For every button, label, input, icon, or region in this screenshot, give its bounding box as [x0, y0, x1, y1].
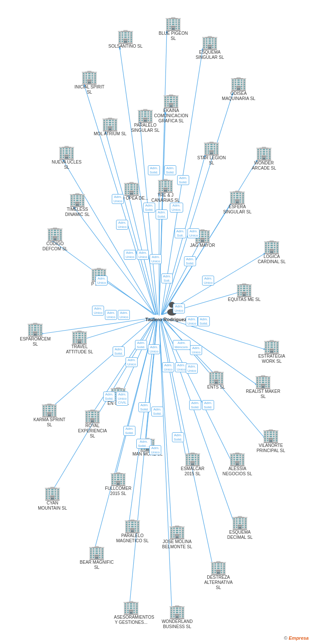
- badge-adm-unico-2: Adm.Unico.: [170, 203, 183, 213]
- badge-adm-unico-civil: Adm.UnicoCIVIL: [116, 392, 128, 406]
- building-icon: 🏢: [81, 70, 98, 84]
- building-icon: 🏢: [255, 146, 273, 160]
- badge-adm-unico-21: Adm.Unico: [149, 445, 161, 455]
- node-label: PARALELO SINGULAR SL: [128, 123, 163, 133]
- building-icon: 🏢: [123, 600, 140, 614]
- svg-line-41: [145, 319, 157, 447]
- node-label: TRE & J CANARIAS SL: [148, 193, 183, 203]
- building-icon: 🏢: [163, 94, 180, 107]
- svg-line-11: [140, 120, 158, 315]
- badge-adm-unico-17: Adm.Unico: [190, 345, 202, 355]
- badge-adm-unico-9: Adm.Unico: [202, 276, 214, 286]
- node-cyan-mountain: 🏢 CYAN MOUNTAIN SL: [35, 486, 70, 511]
- building-icon: 🏢: [231, 515, 249, 529]
- node-paralelo-singular: 🏢 PARALELO SINGULAR SL: [128, 108, 163, 133]
- node-inicial-spirit: 🏢 INICIAL SPIRIT SL: [72, 70, 107, 95]
- building-icon: 🏢: [229, 452, 246, 465]
- node-karma-sprint: 🏢 KARMA SPRINT SL: [32, 403, 67, 428]
- node-star-legion: 🏢 STAR LEGION SL: [194, 141, 229, 166]
- node-nueva-ucles: 🏢 NUEVA UCLES SL: [49, 145, 84, 170]
- node-label: ESQUEMA DECIMAL SL: [223, 530, 257, 540]
- node-label: ESQUEMA SINGULAR SL: [193, 50, 227, 60]
- node-estrategia-work: 🏢 ESTRATEGIA WORK SL: [255, 339, 289, 364]
- badge-adm-unico-8: Adm.Unico: [95, 276, 107, 286]
- node-label: SOLSANTINO SL: [108, 44, 142, 49]
- badge-adm-unico-7: Adm.Unico: [150, 254, 162, 264]
- badge-adm-soli-1: Adm.Soli.: [175, 228, 186, 238]
- badge-adm-solid-15: Adm.Solid.: [123, 426, 135, 436]
- svg-line-34: [159, 319, 172, 536]
- svg-line-14: [162, 202, 232, 315]
- badge-adm-unico-20: Adm.Unico: [186, 364, 198, 374]
- building-icon: 🏢: [84, 409, 101, 422]
- node-fullcomer: 🏢 FULLCOMER 2015 SL: [101, 471, 135, 496]
- node-label: ESTRATEGIA WORK SL: [255, 354, 289, 364]
- badge-adm-solid-7: Adm.Solid.: [198, 316, 210, 326]
- node-ents: 🏢 ENTS SL: [207, 370, 225, 390]
- node-label: CYAN MOUNTAIN SL: [35, 501, 70, 511]
- badge-adm-unico-10: Adm.Unico: [92, 306, 104, 316]
- node-label: STAR LEGION SL: [194, 155, 229, 166]
- node-royal-experiencia: 🏢 ROYAL EXPERIENCIA SL: [75, 409, 110, 439]
- building-icon: 🏢: [263, 240, 280, 253]
- node-timeless-dinamic: 🏢 TIMELESS DINAMIC SL: [60, 192, 95, 217]
- copyright-text: © Empresa: [284, 635, 309, 641]
- badge-adm-unico-16: Adm.Unico: [126, 357, 138, 367]
- building-icon: 🏢: [41, 403, 58, 416]
- node-destreza-alternativa: 🏢 DESTREZA ALTERNATIVA SL: [201, 560, 236, 590]
- node-label: WONDERLAND BUSINESS SL: [160, 619, 194, 629]
- badge-adm-solid-12: Adm.Solid.: [151, 407, 163, 416]
- building-icon: 🏢: [169, 605, 186, 618]
- node-label: PARALELO MAGNETICO SL: [115, 533, 150, 544]
- building-icon: 🏢: [210, 560, 227, 574]
- node-label: ESMALCAR 2015 SL: [175, 466, 210, 477]
- building-icon: 🏢: [46, 227, 64, 240]
- building-icon: 🏢: [88, 545, 105, 559]
- badge-adm-solid-14: Adm.Solid.: [202, 400, 214, 410]
- building-icon: 🏢: [117, 29, 134, 43]
- building-icon: 🏢: [157, 178, 174, 192]
- node-label: MOL ATRIUM SL: [94, 131, 126, 137]
- badge-adm-solid-16: Adm.Solid.: [172, 432, 184, 442]
- building-icon: 🏢: [123, 181, 140, 195]
- building-icon: 🏢: [165, 16, 182, 30]
- node-label: REALIST MAKER SL: [246, 389, 280, 399]
- building-icon: 🏢: [27, 322, 44, 336]
- badge-adm-unico-1: Adm.Unico: [112, 194, 124, 204]
- badge-adm-solid-13: Adm.Solid.: [189, 400, 201, 410]
- node-label: ENTS SL: [207, 385, 225, 390]
- node-alessia-negocios: 🏢 ALESSIA NEGOCIOS SL: [220, 452, 255, 477]
- badge-adm-solid-9: Adm.Solid.: [113, 346, 125, 356]
- node-realist-maker: 🏢 REALIST MAKER SL: [246, 374, 280, 399]
- node-label: JOSE MOLINA BELMONTE SL: [160, 539, 194, 550]
- badge-adm-unico-12: Adm.Unico: [118, 310, 130, 320]
- node-solsantino: 🏢 SOLSANTINO SL: [108, 29, 142, 49]
- node-paralelo-magnetico: 🏢 PARALELO MAGNETICO SL: [115, 519, 150, 544]
- badge-adm-solid-5: Adm.Solid.: [156, 210, 168, 219]
- svg-line-20: [40, 318, 154, 334]
- node-esmalcar: 🏢 ESMALCAR 2015 SL: [175, 452, 210, 477]
- building-icon: 🏢: [229, 190, 246, 204]
- node-label: FULLCOMER 2015 SL: [101, 486, 135, 496]
- node-codigo-defcom: 🏢 CODIGO DEFCOM SL: [38, 227, 72, 252]
- node-logica-cardinal: 🏢 LOGICA CARDINAL SL: [255, 240, 289, 264]
- node-label: DESTREZA ALTERNATIVA SL: [201, 575, 236, 590]
- svg-line-31: [161, 319, 232, 463]
- building-icon-orange: 🏢: [236, 283, 253, 296]
- brand-name: Empresa: [289, 635, 309, 641]
- node-vilanorte: 🏢 VILANORTE PRINCIPAL SL: [254, 428, 288, 453]
- node-label: JAG MAYOR: [190, 243, 215, 248]
- node-label: ESFERA SINGULAR SL: [220, 204, 255, 215]
- building-icon: 🏢: [101, 117, 119, 131]
- building-icon: 🏢: [124, 519, 141, 532]
- badge-adm-solid-11: Adm.Solid.: [138, 402, 150, 412]
- node-label: CODIGO DEFCOM SL: [38, 241, 72, 252]
- node-esfera-singular: 🏢 ESFERA SINGULAR SL: [220, 190, 255, 215]
- node-label: KARMA SPRINT SL: [32, 417, 67, 428]
- node-label: BEAR MAGNIFIC SL: [80, 560, 114, 570]
- node-label: NUEVA UCLES SL: [49, 160, 84, 170]
- building-icon: 🏢: [262, 428, 279, 442]
- node-wonderland-business: 🏢 WONDERLAND BUSINESS SL: [160, 605, 194, 629]
- building-icon: 🏢: [263, 339, 280, 353]
- building-icon: 🏢: [110, 471, 127, 485]
